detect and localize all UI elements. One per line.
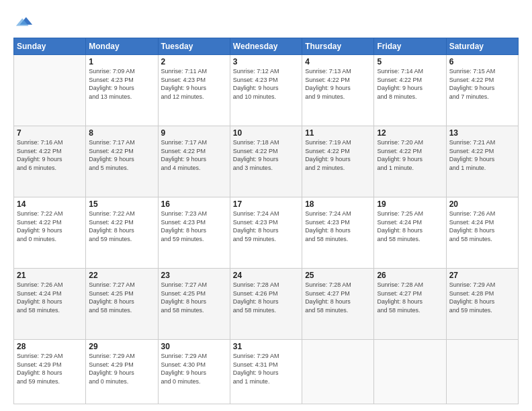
- calendar-cell: 4Sunrise: 7:13 AMSunset: 4:22 PMDaylight…: [302, 55, 374, 126]
- day-number: 14: [17, 199, 83, 209]
- day-info: Sunrise: 7:24 AMSunset: 4:23 PMDaylight:…: [233, 210, 299, 243]
- calendar-cell: 23Sunrise: 7:27 AMSunset: 4:25 PMDayligh…: [158, 269, 230, 340]
- day-number: 27: [449, 271, 515, 280]
- calendar-cell: 22Sunrise: 7:27 AMSunset: 4:25 PMDayligh…: [86, 269, 158, 340]
- day-info: Sunrise: 7:20 AMSunset: 4:22 PMDaylight:…: [377, 138, 443, 172]
- day-info: Sunrise: 7:15 AMSunset: 4:22 PMDaylight:…: [449, 67, 515, 101]
- calendar-cell: 30Sunrise: 7:29 AMSunset: 4:30 PMDayligh…: [158, 340, 230, 404]
- day-number: 30: [161, 342, 227, 351]
- calendar-cell: 10Sunrise: 7:18 AMSunset: 4:22 PMDayligh…: [230, 126, 302, 197]
- day-info: Sunrise: 7:12 AMSunset: 4:23 PMDaylight:…: [233, 67, 299, 101]
- calendar-cell: 12Sunrise: 7:20 AMSunset: 4:22 PMDayligh…: [374, 126, 446, 197]
- day-info: Sunrise: 7:22 AMSunset: 4:22 PMDaylight:…: [17, 210, 83, 243]
- day-info: Sunrise: 7:16 AMSunset: 4:22 PMDaylight:…: [17, 138, 83, 172]
- calendar-cell: 31Sunrise: 7:29 AMSunset: 4:31 PMDayligh…: [230, 340, 302, 404]
- day-info: Sunrise: 7:13 AMSunset: 4:22 PMDaylight:…: [305, 67, 371, 101]
- day-number: 11: [305, 128, 371, 138]
- day-number: 5: [377, 57, 443, 66]
- day-number: 12: [377, 128, 443, 138]
- day-info: Sunrise: 7:29 AMSunset: 4:28 PMDaylight:…: [449, 281, 515, 314]
- calendar-cell: [14, 55, 86, 126]
- day-info: Sunrise: 7:26 AMSunset: 4:24 PMDaylight:…: [17, 281, 83, 314]
- calendar-week-1: 1Sunrise: 7:09 AMSunset: 4:23 PMDaylight…: [14, 55, 519, 126]
- calendar-week-3: 14Sunrise: 7:22 AMSunset: 4:22 PMDayligh…: [14, 197, 519, 269]
- calendar-cell: 9Sunrise: 7:17 AMSunset: 4:22 PMDaylight…: [158, 126, 230, 197]
- day-number: 2: [161, 57, 227, 66]
- day-number: 17: [233, 199, 299, 209]
- day-number: 8: [89, 128, 154, 138]
- day-number: 29: [89, 342, 154, 351]
- calendar-week-5: 28Sunrise: 7:29 AMSunset: 4:29 PMDayligh…: [14, 340, 519, 404]
- calendar-cell: 27Sunrise: 7:29 AMSunset: 4:28 PMDayligh…: [446, 269, 518, 340]
- day-number: 6: [449, 57, 515, 66]
- calendar-header-friday: Friday: [374, 38, 446, 55]
- day-info: Sunrise: 7:29 AMSunset: 4:30 PMDaylight:…: [161, 352, 227, 385]
- day-number: 10: [233, 128, 299, 138]
- day-number: 20: [449, 199, 515, 209]
- day-number: 16: [161, 199, 227, 209]
- calendar-cell: 29Sunrise: 7:29 AMSunset: 4:29 PMDayligh…: [86, 340, 158, 404]
- calendar-cell: 20Sunrise: 7:26 AMSunset: 4:24 PMDayligh…: [446, 197, 518, 269]
- day-info: Sunrise: 7:25 AMSunset: 4:24 PMDaylight:…: [377, 210, 443, 243]
- calendar-week-2: 7Sunrise: 7:16 AMSunset: 4:22 PMDaylight…: [14, 126, 519, 197]
- day-number: 19: [377, 199, 443, 209]
- day-info: Sunrise: 7:17 AMSunset: 4:22 PMDaylight:…: [89, 138, 154, 172]
- calendar-header-sunday: Sunday: [14, 38, 86, 55]
- calendar-cell: 13Sunrise: 7:21 AMSunset: 4:22 PMDayligh…: [446, 126, 518, 197]
- day-info: Sunrise: 7:22 AMSunset: 4:22 PMDaylight:…: [89, 210, 154, 243]
- calendar-cell: 24Sunrise: 7:28 AMSunset: 4:26 PMDayligh…: [230, 269, 302, 340]
- calendar-cell: 25Sunrise: 7:28 AMSunset: 4:27 PMDayligh…: [302, 269, 374, 340]
- calendar-cell: [374, 340, 446, 404]
- calendar-header-thursday: Thursday: [302, 38, 374, 55]
- day-info: Sunrise: 7:19 AMSunset: 4:22 PMDaylight:…: [305, 138, 371, 172]
- calendar-header-row: SundayMondayTuesdayWednesdayThursdayFrid…: [14, 38, 519, 55]
- day-info: Sunrise: 7:28 AMSunset: 4:26 PMDaylight:…: [233, 281, 299, 314]
- day-info: Sunrise: 7:27 AMSunset: 4:25 PMDaylight:…: [89, 281, 154, 314]
- day-number: 9: [161, 128, 227, 138]
- day-number: 23: [161, 271, 227, 280]
- logo-icon: [15, 12, 34, 31]
- day-number: 1: [89, 57, 154, 66]
- calendar-cell: 21Sunrise: 7:26 AMSunset: 4:24 PMDayligh…: [14, 269, 86, 340]
- calendar-cell: [302, 340, 374, 404]
- day-info: Sunrise: 7:29 AMSunset: 4:31 PMDaylight:…: [233, 352, 299, 385]
- day-number: 28: [17, 342, 83, 351]
- day-number: 7: [17, 128, 83, 138]
- day-info: Sunrise: 7:21 AMSunset: 4:22 PMDaylight:…: [449, 138, 515, 172]
- calendar-header-tuesday: Tuesday: [158, 38, 230, 55]
- day-number: 31: [233, 342, 299, 351]
- day-info: Sunrise: 7:17 AMSunset: 4:22 PMDaylight:…: [161, 138, 227, 172]
- calendar-cell: 3Sunrise: 7:12 AMSunset: 4:23 PMDaylight…: [230, 55, 302, 126]
- day-number: 4: [305, 57, 371, 66]
- calendar-cell: 5Sunrise: 7:14 AMSunset: 4:22 PMDaylight…: [374, 55, 446, 126]
- calendar-cell: 11Sunrise: 7:19 AMSunset: 4:22 PMDayligh…: [302, 126, 374, 197]
- day-info: Sunrise: 7:14 AMSunset: 4:22 PMDaylight:…: [377, 67, 443, 101]
- calendar-cell: 1Sunrise: 7:09 AMSunset: 4:23 PMDaylight…: [86, 55, 158, 126]
- day-info: Sunrise: 7:28 AMSunset: 4:27 PMDaylight:…: [305, 281, 371, 314]
- day-number: 25: [305, 271, 371, 280]
- calendar-cell: [446, 340, 518, 404]
- calendar-cell: 17Sunrise: 7:24 AMSunset: 4:23 PMDayligh…: [230, 197, 302, 269]
- calendar-cell: 26Sunrise: 7:28 AMSunset: 4:27 PMDayligh…: [374, 269, 446, 340]
- calendar-cell: 19Sunrise: 7:25 AMSunset: 4:24 PMDayligh…: [374, 197, 446, 269]
- calendar-cell: 2Sunrise: 7:11 AMSunset: 4:23 PMDaylight…: [158, 55, 230, 126]
- day-info: Sunrise: 7:29 AMSunset: 4:29 PMDaylight:…: [89, 352, 154, 385]
- day-info: Sunrise: 7:28 AMSunset: 4:27 PMDaylight:…: [377, 281, 443, 314]
- page: SundayMondayTuesdayWednesdayThursdayFrid…: [0, 0, 532, 411]
- calendar-cell: 7Sunrise: 7:16 AMSunset: 4:22 PMDaylight…: [14, 126, 86, 197]
- calendar-cell: 16Sunrise: 7:23 AMSunset: 4:23 PMDayligh…: [158, 197, 230, 269]
- calendar-week-4: 21Sunrise: 7:26 AMSunset: 4:24 PMDayligh…: [14, 269, 519, 340]
- calendar-cell: 14Sunrise: 7:22 AMSunset: 4:22 PMDayligh…: [14, 197, 86, 269]
- calendar-cell: 28Sunrise: 7:29 AMSunset: 4:29 PMDayligh…: [14, 340, 86, 404]
- calendar-header-monday: Monday: [86, 38, 158, 55]
- day-number: 13: [449, 128, 515, 138]
- day-number: 3: [233, 57, 299, 66]
- calendar-header-saturday: Saturday: [446, 38, 518, 55]
- calendar-cell: 6Sunrise: 7:15 AMSunset: 4:22 PMDaylight…: [446, 55, 518, 126]
- day-info: Sunrise: 7:27 AMSunset: 4:25 PMDaylight:…: [161, 281, 227, 314]
- day-number: 26: [377, 271, 443, 280]
- day-info: Sunrise: 7:18 AMSunset: 4:22 PMDaylight:…: [233, 138, 299, 172]
- calendar-cell: 18Sunrise: 7:24 AMSunset: 4:23 PMDayligh…: [302, 197, 374, 269]
- day-info: Sunrise: 7:24 AMSunset: 4:23 PMDaylight:…: [305, 210, 371, 243]
- header: [13, 12, 519, 31]
